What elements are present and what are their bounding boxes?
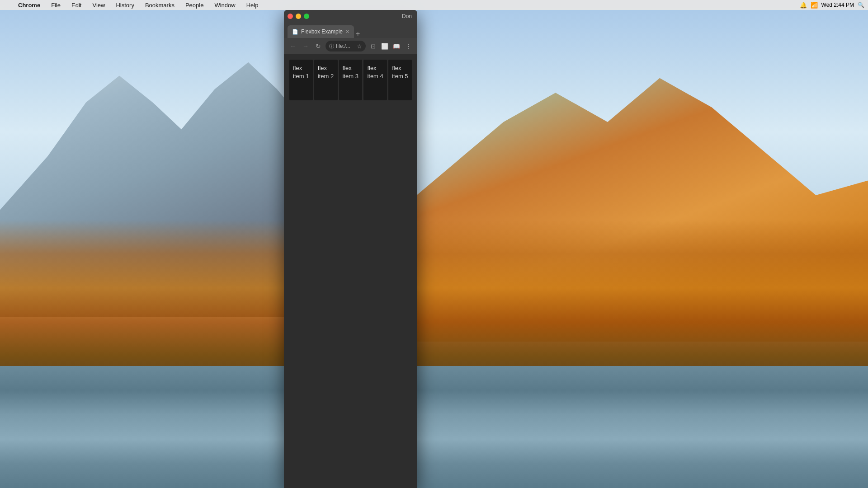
menubar-people[interactable]: People (184, 2, 205, 9)
flex-container: flex item 1 flex item 2 flex item 3 flex… (289, 60, 412, 100)
chrome-navbar: ← → ↻ ⓘ file:/... ☆ ⊡ ⬜ 📖 ⋮ (284, 38, 417, 54)
new-tab-button[interactable]: + (356, 30, 360, 38)
menubar-clock: Wed 2:44 PM (821, 2, 854, 8)
menubar-bookmarks[interactable]: Bookmarks (143, 2, 176, 9)
minimize-button[interactable] (296, 14, 301, 19)
flex-item-4: flex item 4 (363, 60, 387, 100)
tab-favicon-icon: 📄 (292, 29, 298, 35)
menubar-wifi: 📶 (811, 2, 818, 9)
browser-content: flex item 1 flex item 2 flex item 3 flex… (284, 54, 417, 488)
chrome-tabbar: 📄 Flexbox Example ✕ + (284, 23, 417, 38)
address-lock-icon: ⓘ (329, 43, 334, 50)
flex-item-5: flex item 5 (388, 60, 412, 100)
reload-button[interactable]: ↻ (313, 41, 324, 52)
window-controls (288, 14, 309, 19)
flex-item-1: flex item 1 (289, 60, 313, 100)
new-tab-area[interactable]: + (354, 30, 414, 38)
menubar-app-name[interactable]: Chrome (16, 2, 42, 9)
flex-item-3: flex item 3 (339, 60, 363, 100)
nav-extras: ⊡ ⬜ 📖 ⋮ (368, 41, 414, 52)
foliage (0, 220, 868, 390)
tab-close-icon[interactable]: ✕ (345, 29, 349, 35)
tab-title: Flexbox Example (301, 28, 343, 35)
menubar-view[interactable]: View (90, 2, 107, 9)
chrome-titlebar: Don (284, 10, 417, 23)
webpage-body: flex item 1 flex item 2 flex item 3 flex… (284, 54, 417, 106)
screenshot-icon[interactable]: ⬜ (379, 41, 390, 52)
menubar-help[interactable]: Help (245, 2, 260, 9)
forward-button[interactable]: → (300, 41, 311, 52)
menubar-edit[interactable]: Edit (70, 2, 83, 9)
menubar: Chrome File Edit View History Bookmarks … (0, 0, 868, 10)
menubar-history[interactable]: History (114, 2, 136, 9)
back-button[interactable]: ← (288, 41, 298, 52)
browser-tab[interactable]: 📄 Flexbox Example ✕ (288, 25, 354, 38)
menubar-window[interactable]: Window (212, 2, 237, 9)
profile-name: Don (402, 13, 412, 19)
more-icon[interactable]: ⋮ (403, 41, 414, 52)
bookmark-star-icon[interactable]: ☆ (357, 43, 362, 50)
reading-list-icon[interactable]: 📖 (391, 41, 402, 52)
maximize-button[interactable] (304, 14, 309, 19)
menubar-notifications: 🔔 (800, 2, 807, 9)
flex-item-2: flex item 2 (314, 60, 338, 100)
desktop-background (0, 0, 868, 488)
menubar-spotlight[interactable]: 🔍 (858, 2, 864, 8)
address-bar[interactable]: ⓘ file:/... ☆ (326, 41, 366, 52)
water-reflection (0, 366, 868, 488)
address-text: file:/... (336, 43, 355, 49)
close-button[interactable] (288, 14, 293, 19)
cast-icon[interactable]: ⊡ (368, 41, 378, 52)
menubar-file[interactable]: File (49, 2, 62, 9)
browser-window: Don 📄 Flexbox Example ✕ + ← → ↻ ⓘ file:/… (284, 10, 417, 488)
